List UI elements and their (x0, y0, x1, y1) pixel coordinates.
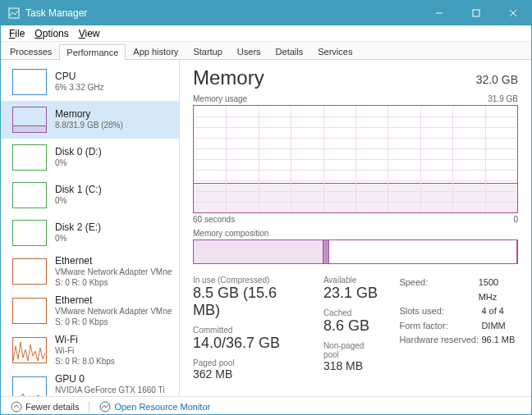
sidebar-item-cpu[interactable]: CPU6% 3.32 GHz (1, 63, 179, 101)
cached-label: Cached (323, 308, 380, 317)
window-title: Task Manager (25, 7, 420, 19)
spec-row: Slots used:4 of 4 (399, 304, 518, 319)
tab-processes[interactable]: Processes (2, 43, 59, 59)
close-button[interactable] (494, 1, 531, 25)
sidebar-item-disk-1-c-[interactable]: Disk 1 (C:)0% (1, 176, 179, 214)
composition-label: Memory composition (193, 229, 268, 238)
minimize-button[interactable] (420, 1, 457, 25)
tabstrip: ProcessesPerformanceApp historyStartupUs… (1, 42, 531, 60)
spec-row: Hardware reserved:96.1 MB (399, 333, 518, 348)
inuse-label: In use (Compressed) (193, 276, 304, 285)
available-value: 23.1 GB (323, 285, 380, 302)
sidebar-item-disk-0-d-[interactable]: Disk 0 (D:)0% (1, 139, 179, 176)
menubar: File Options View (1, 25, 531, 42)
spec-row: Form factor:DIMM (399, 319, 518, 334)
fewer-details-button[interactable]: Fewer details (7, 399, 82, 414)
memory-total: 32.0 GB (476, 73, 518, 86)
svg-rect-0 (9, 8, 19, 18)
cached-value: 8.6 GB (323, 317, 380, 335)
svg-point-5 (11, 402, 21, 412)
committed-label: Committed (193, 326, 304, 335)
content: CPU6% 3.32 GHzMemory8.8/31.9 GB (28%)Dis… (1, 60, 531, 396)
stats: In use (Compressed) 8.5 GB (15.6 MB) Com… (193, 276, 518, 387)
footer: Fewer details Open Resource Monitor (1, 396, 531, 415)
resmon-icon (99, 401, 111, 413)
spec-column: Speed:1500 MHzSlots used:4 of 4Form fact… (399, 276, 518, 387)
sidebar: CPU6% 3.32 GHzMemory8.8/31.9 GB (28%)Dis… (1, 60, 180, 396)
usage-graph (193, 105, 518, 213)
open-resmon-link[interactable]: Open Resource Monitor (96, 399, 213, 414)
titlebar: Task Manager (1, 1, 531, 25)
tab-performance[interactable]: Performance (59, 44, 126, 60)
time-left: 60 seconds (193, 215, 235, 224)
tab-app-history[interactable]: App history (126, 43, 186, 59)
spec-row: Speed:1500 MHz (399, 276, 518, 304)
maximize-button[interactable] (457, 1, 494, 25)
inuse-value: 8.5 GB (15.6 MB) (193, 285, 304, 319)
tab-startup[interactable]: Startup (186, 43, 229, 59)
sidebar-item-ethernet[interactable]: EthernetVMware Network Adapter VMnet8S: … (1, 291, 179, 331)
nonpaged-label: Non-paged pool (323, 341, 380, 359)
committed-value: 14.0/36.7 GB (193, 335, 304, 352)
available-label: Available (323, 276, 380, 285)
app-icon (7, 7, 21, 20)
sidebar-item-ethernet[interactable]: EthernetVMware Network Adapter VMnet1S: … (1, 252, 179, 291)
sidebar-item-wi-fi[interactable]: Wi-FiWi-FiS: 0 R: 8.0 Kbps (1, 331, 179, 370)
tab-details[interactable]: Details (268, 43, 311, 59)
usage-label: Memory usage (193, 94, 247, 103)
time-right: 0 (513, 215, 518, 224)
menu-view[interactable]: View (74, 26, 105, 41)
main-panel: Memory 32.0 GB Memory usage 31.9 GB 60 s… (180, 60, 531, 396)
page-title: Memory (193, 66, 264, 89)
nonpaged-value: 318 MB (323, 359, 380, 372)
composition-bar (193, 239, 518, 264)
tab-services[interactable]: Services (310, 43, 360, 59)
menu-options[interactable]: Options (30, 26, 73, 41)
menu-file[interactable]: File (4, 26, 30, 41)
chevron-up-icon (11, 401, 22, 413)
svg-rect-2 (473, 10, 479, 16)
window-controls (420, 1, 531, 25)
sidebar-item-memory[interactable]: Memory8.8/31.9 GB (28%) (1, 101, 179, 139)
sidebar-item-gpu-0[interactable]: GPU 0NVIDIA GeForce GTX 1660 Ti1% (1, 370, 179, 396)
paged-label: Paged pool (193, 358, 304, 367)
paged-value: 362 MB (193, 367, 304, 381)
usage-max: 31.9 GB (488, 94, 518, 103)
sidebar-item-disk-2-e-[interactable]: Disk 2 (E:)0% (1, 214, 179, 252)
tab-users[interactable]: Users (230, 43, 268, 59)
footer-separator (89, 401, 89, 413)
